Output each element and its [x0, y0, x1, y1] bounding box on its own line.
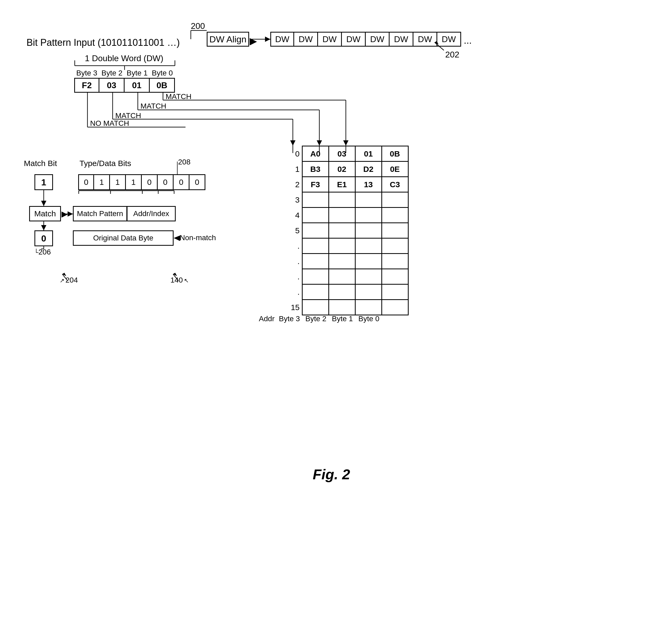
svg-marker-22	[317, 140, 322, 146]
cell-0-1: 01	[355, 146, 382, 162]
dw-boxes-row: DW DW DW DW DW DW DW DW	[270, 32, 461, 47]
dw-box-2: DW	[294, 32, 318, 47]
dw-label: 1 Double Word (DW)	[85, 53, 163, 63]
cell-5-1	[355, 223, 382, 238]
byte0-value: 0B	[150, 78, 175, 93]
table-row-dot4: .	[275, 284, 408, 300]
cell-2-0: C3	[382, 177, 408, 192]
type-data-label: Type/Data Bits	[80, 159, 131, 168]
cell-1-2: 02	[329, 162, 355, 177]
cell-15-0	[382, 300, 408, 315]
orig-data-box: Original Data Byte	[73, 230, 174, 246]
col-byte1: Byte 1	[329, 315, 356, 323]
col-addr: Addr	[252, 315, 276, 323]
col-byte3: Byte 3	[276, 315, 303, 323]
table-col-headers: Addr Byte 3 Byte 2 Byte 1 Byte 0	[252, 315, 382, 323]
row-addr-5: 5	[275, 223, 302, 238]
cell-5-0	[382, 223, 408, 238]
match-bit-label: Match Bit	[24, 159, 57, 168]
cell-1-1: D2	[355, 162, 382, 177]
dw-align-arrow: ▶	[250, 36, 257, 47]
table-row-dot1: .	[275, 238, 408, 254]
cell-2-2: E1	[329, 177, 355, 192]
cell-15-2	[329, 300, 355, 315]
fig-label: Fig. 2	[313, 466, 350, 482]
tdb-3: 1	[126, 174, 142, 190]
cell-d3-2	[329, 269, 355, 284]
row-addr-3: 3	[275, 192, 302, 208]
table-row-2: 2 F3 E1 13 C3	[275, 177, 408, 192]
row-addr-2: 2	[275, 177, 302, 192]
svg-marker-31	[68, 211, 73, 216]
cell-d2-3	[302, 254, 329, 269]
table-row-4: 4	[275, 208, 408, 223]
byte3-value: F2	[74, 78, 100, 93]
ref-200: 200	[191, 21, 205, 31]
cell-d3-1	[355, 269, 382, 284]
svg-text:MATCH: MATCH	[140, 102, 166, 110]
cell-d4-3	[302, 284, 329, 300]
svg-marker-27	[343, 140, 349, 146]
cell-0-2: 03	[329, 146, 355, 162]
byte2-value: 03	[100, 78, 125, 93]
col-byte0: Byte 0	[356, 315, 382, 323]
cell-d4-2	[329, 284, 355, 300]
cell-15-1	[355, 300, 382, 315]
bit-1-box: 1	[35, 174, 53, 190]
non-match-label: ◀Non-match	[175, 234, 216, 242]
row-addr-dot3: .	[275, 269, 302, 284]
byte0-label: Byte 0	[152, 69, 173, 77]
addr-index-box: Addr/Index	[127, 206, 176, 221]
match-pattern-box: Match Pattern	[73, 206, 127, 221]
row-addr-dot4: .	[275, 284, 302, 300]
cell-d1-0	[382, 238, 408, 254]
ref-208: 208	[178, 158, 191, 166]
tdb-0: 0	[78, 174, 94, 190]
tdb-5: 0	[158, 174, 174, 190]
type-data-bits: 0 1 1 1 0 0 0 0	[78, 174, 205, 190]
svg-text:MATCH: MATCH	[166, 92, 191, 101]
cell-d4-0	[382, 284, 408, 300]
cell-5-2	[329, 223, 355, 238]
tdb-7: 0	[190, 174, 205, 190]
cell-4-2	[329, 208, 355, 223]
cell-d1-2	[329, 238, 355, 254]
cell-4-3	[302, 208, 329, 223]
row-addr-1: 1	[275, 162, 302, 177]
cell-d1-3	[302, 238, 329, 254]
tdb-1: 1	[94, 174, 110, 190]
cell-1-3: B3	[302, 162, 329, 177]
col-byte2: Byte 2	[303, 315, 329, 323]
dw-box-7: DW	[414, 32, 437, 47]
byte1-value: 01	[125, 78, 150, 93]
tdb-2: 1	[110, 174, 126, 190]
ref-202: 202	[445, 50, 459, 60]
dw-box-1: DW	[270, 32, 294, 47]
svg-text:MATCH: MATCH	[115, 112, 141, 120]
dw-box-6: DW	[390, 32, 414, 47]
dw-box-8: DW	[437, 32, 461, 47]
bit-pattern-label: Bit Pattern Input (101011011001 …)	[26, 37, 180, 48]
row-addr-dot1: .	[275, 238, 302, 254]
table-row-dot2: .	[275, 254, 408, 269]
byte1-label: Byte 1	[127, 69, 148, 77]
cell-1-0: 0E	[382, 162, 408, 177]
lookup-table: 0 A0 03 01 0B 1 B3 02 D2 0E 2 F3 E1 13 C…	[275, 146, 409, 315]
cell-d3-3	[302, 269, 329, 284]
cell-3-0	[382, 192, 408, 208]
table-row-3: 3	[275, 192, 408, 208]
cell-2-3: F3	[302, 177, 329, 192]
dw-align-box: DW Align	[207, 32, 249, 47]
cell-15-3	[302, 300, 329, 315]
cell-3-2	[329, 192, 355, 208]
table-row-0: 0 A0 03 01 0B	[275, 146, 408, 162]
table-row-1: 1 B3 02 D2 0E	[275, 162, 408, 177]
cell-5-3	[302, 223, 329, 238]
table-row-15: 15	[275, 300, 408, 315]
dw-box-3: DW	[318, 32, 342, 47]
svg-marker-33	[41, 225, 46, 230]
row-addr-0: 0	[275, 146, 302, 162]
cell-d2-2	[329, 254, 355, 269]
byte-labels: Byte 3 Byte 2 Byte 1 Byte 0	[74, 69, 175, 77]
byte-value-boxes: F2 03 01 0B	[74, 78, 175, 93]
